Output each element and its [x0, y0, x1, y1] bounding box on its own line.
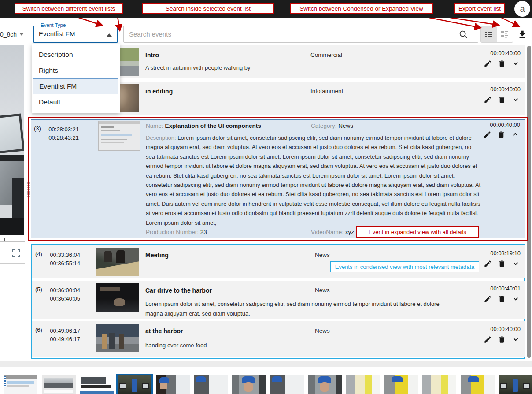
- event-duration: 00:00:40:00: [490, 326, 521, 332]
- view-list-icon: [484, 30, 493, 39]
- clip-selector[interactable]: 0_8ch: [0, 29, 23, 40]
- video-preview: [0, 45, 24, 235]
- search-box[interactable]: [123, 26, 478, 43]
- event-timecodes: 00:36:00:04 00:36:40:05: [44, 286, 80, 303]
- filmstrip[interactable]: [0, 375, 532, 394]
- event-row[interactable]: (5) 00:36:00:04 00:36:40:05 Car drive to…: [32, 281, 525, 319]
- video-frame-monitor: [0, 114, 24, 154]
- edit-button[interactable]: [483, 95, 492, 104]
- view-toggle-group[interactable]: [480, 26, 513, 43]
- note-switch-eventlists: Switch between different event lists: [15, 3, 123, 14]
- search-input[interactable]: [129, 26, 446, 42]
- timecode-out: 00:49:46:17: [44, 335, 80, 343]
- filmstrip-thumbnail[interactable]: [156, 375, 190, 394]
- condensed-view-note: Events in condensed view with most relev…: [330, 261, 479, 272]
- event-category: News: [315, 252, 330, 258]
- note-view-toggle: Switch between Condensed or Expanded Vie…: [290, 3, 433, 14]
- menu-item-label: Rights: [39, 67, 58, 74]
- event-type-label: Event Type: [38, 22, 68, 28]
- event-duration: 00:00:40:00: [490, 50, 521, 56]
- event-type-menu: Description Rights Eventlist FM Default: [32, 44, 120, 113]
- event-index: (5): [35, 286, 42, 293]
- event-description: handing over some food: [145, 341, 207, 350]
- edit-button[interactable]: [483, 294, 492, 304]
- timecode-out: 00:36:40:05: [44, 294, 80, 303]
- note-search: Search inside selected event list: [142, 3, 274, 14]
- event-title: in editing: [145, 88, 173, 95]
- event-category: Infotainment: [310, 88, 343, 94]
- expand-row-button[interactable]: [511, 335, 521, 344]
- expand-row-button[interactable]: [511, 59, 521, 68]
- event-category: News: [315, 287, 330, 294]
- menu-item-rights[interactable]: Rights: [32, 63, 120, 78]
- timecode-in: 00:36:00:04: [44, 286, 80, 294]
- filmstrip-thumbnail[interactable]: [270, 375, 304, 394]
- menu-item-eventlist-fm[interactable]: Eventlist FM: [33, 78, 118, 94]
- event-timecodes: 00:49:06:17 00:49:46:17: [44, 327, 80, 343]
- condensed-view-button[interactable]: [481, 26, 497, 42]
- event-type-value: Eventlist FM: [39, 30, 75, 37]
- delete-button[interactable]: [497, 294, 506, 304]
- filmstrip-thumbnail[interactable]: [4, 375, 37, 394]
- event-type-select[interactable]: Event Type Eventlist FM: [33, 26, 118, 43]
- menu-item-label: Description: [39, 51, 73, 59]
- note-text: Search inside selected event list: [166, 5, 251, 12]
- event-duration: 00:00:40:00: [490, 86, 521, 93]
- filmstrip-thumbnail-selected[interactable]: [118, 375, 151, 394]
- clip-name: 0_8ch: [0, 31, 17, 38]
- avatar-letter: a: [520, 4, 525, 14]
- timecode-in: 00:33:36:04: [44, 251, 80, 259]
- note-text: Switch between Condensed or Expanded Vie…: [299, 5, 423, 12]
- expanded-event-annotation-frame: [28, 117, 528, 241]
- expand-row-button[interactable]: [511, 95, 521, 104]
- menu-item-description[interactable]: Description: [32, 47, 120, 63]
- expanded-view-button[interactable]: [497, 26, 513, 42]
- expand-row-button[interactable]: [511, 294, 521, 304]
- divider: [0, 263, 25, 264]
- filmstrip-thumbnail[interactable]: [461, 375, 495, 394]
- search-icon[interactable]: [458, 30, 468, 39]
- menu-item-label: Default: [39, 98, 60, 106]
- note-text: Export event list: [458, 5, 501, 12]
- event-title: at the harbor: [145, 327, 183, 335]
- edit-button[interactable]: [483, 59, 492, 68]
- timeline-ruler[interactable]: [0, 237, 25, 242]
- filmstrip-thumbnail[interactable]: [384, 375, 418, 394]
- filmstrip-thumbnail[interactable]: [194, 375, 228, 394]
- menu-item-default[interactable]: Default: [32, 94, 120, 110]
- user-avatar[interactable]: a: [514, 1, 530, 17]
- delete-button[interactable]: [497, 95, 506, 104]
- event-title: Intro: [145, 52, 159, 59]
- download-icon: [517, 30, 527, 39]
- filmstrip-thumbnail[interactable]: [308, 375, 342, 394]
- event-duration: 00:00:40:01: [490, 285, 521, 292]
- export-button[interactable]: [516, 28, 528, 41]
- horizontal-divider-band: [0, 361, 532, 367]
- filmstrip-thumbnail[interactable]: [80, 375, 114, 394]
- filmstrip-thumbnail[interactable]: [422, 375, 456, 394]
- expand-row-button[interactable]: [511, 259, 521, 268]
- delete-button[interactable]: [497, 335, 506, 344]
- event-thumbnail: [96, 283, 139, 312]
- filmstrip-thumbnail[interactable]: [42, 375, 76, 394]
- annotation-topbar: Switch between different event lists Sea…: [0, 0, 532, 18]
- view-expanded-icon: [500, 30, 509, 39]
- filmstrip-thumbnail[interactable]: [232, 375, 266, 394]
- event-index: (6): [35, 327, 42, 333]
- event-description: A street in autumn with people walking b…: [145, 63, 250, 73]
- event-category: Commercial: [310, 52, 342, 58]
- timecode-in: 00:49:06:17: [44, 327, 80, 335]
- event-title: Car drive to the harbor: [145, 287, 212, 294]
- filmstrip-thumbnail[interactable]: [346, 375, 380, 394]
- menu-item-label: Eventlist FM: [39, 82, 77, 90]
- filmstrip-thumbnail[interactable]: [499, 375, 532, 394]
- delete-button[interactable]: [497, 59, 506, 68]
- event-row[interactable]: (6) 00:49:06:17 00:49:46:17 at the harbo…: [32, 321, 525, 357]
- edit-button[interactable]: [483, 335, 492, 344]
- event-thumbnail: [96, 324, 139, 352]
- edit-button[interactable]: [483, 259, 492, 268]
- fullscreen-icon[interactable]: [12, 249, 20, 257]
- event-category: News: [315, 327, 330, 334]
- event-thumbnail: [96, 248, 139, 276]
- delete-button[interactable]: [497, 259, 506, 268]
